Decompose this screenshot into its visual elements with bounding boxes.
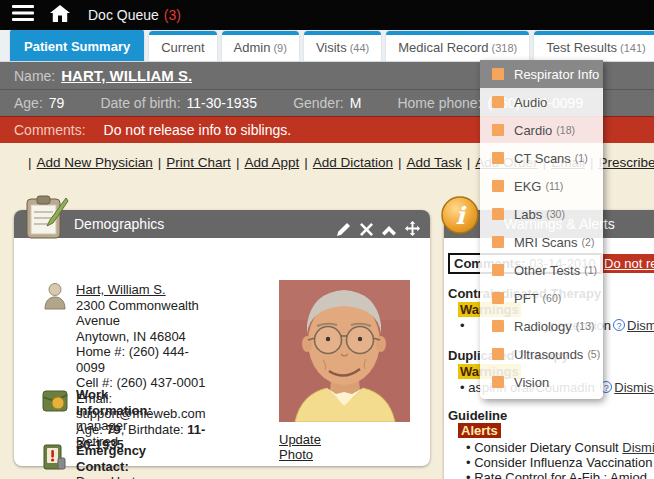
patient-gender: M [350,95,362,111]
help-icon[interactable]: ? [613,319,625,331]
tab-patient-summary[interactable]: Patient Summary [10,30,144,61]
demographics-panel: Demographics Ha [14,210,430,466]
menu-item-ultrasounds[interactable]: Ultrasounds(5) [480,340,603,368]
work-information-block: Work Information: manager Retired [76,387,152,449]
person-icon [44,282,66,313]
doc-queue-count: (3) [164,7,181,23]
collapse-icon[interactable] [382,217,396,245]
orange-square-icon [492,264,504,276]
address-line2: Anytown, IN 46804 [76,329,206,345]
tab-bar: Patient Summary Current Admin(9) Visits(… [0,30,654,62]
top-bar: Doc Queue (3) [0,0,654,30]
menu-item-labs[interactable]: Labs(30) [480,200,603,228]
home-icon[interactable] [50,5,70,26]
tab-visits[interactable]: Visits(44) [304,31,381,61]
doc-queue-link[interactable]: Doc Queue [88,7,159,23]
link-add-appt[interactable]: Add Appt [244,155,299,170]
menu-item-pft[interactable]: PFT(60) [480,284,603,312]
menu-item-radiology[interactable]: Radiology(13) [480,312,603,340]
tab-test-results[interactable]: Test Results(141) [534,31,654,61]
orange-square-icon [492,292,504,304]
guideline-item: • Rate Control for A-Fib : Amiod [466,470,647,479]
dismiss-link[interactable]: Dismiss [627,318,654,333]
orange-square-icon [492,376,504,388]
webchart-app: Doc Queue (3) Patient Summary Current Ad… [0,0,654,479]
work-occupation: manager [76,418,152,434]
link-prescribe[interactable]: Prescribe [598,155,654,170]
edit-icon[interactable] [337,217,351,245]
guideline-item: • Consider Influenza Vaccination Dismiss [466,455,654,470]
demographics-header: Demographics [14,210,430,238]
demographics-name-link[interactable]: Hart, William S. [76,282,166,297]
close-icon[interactable] [360,217,373,245]
menu-item-mri-scans[interactable]: MRI Scans(2) [480,228,603,256]
menu-item-ekg[interactable]: EKG(11) [480,172,603,200]
menu-item-audio[interactable]: Audio [480,88,603,116]
guideline-heading: Guideline [448,408,507,423]
orange-square-icon [492,124,504,136]
tab-current[interactable]: Current [149,31,216,61]
orange-square-icon [492,236,504,248]
link-print-chart[interactable]: Print Chart [166,155,231,170]
move-icon[interactable] [405,217,420,245]
guideline-alerts-tag: Alerts [458,423,501,438]
link-add-new-physician[interactable]: Add New Physician [37,155,153,170]
work-title: Work Information: [76,387,152,418]
comments-text: Do not release info to siblings. [104,122,292,138]
emergency-contact-block: Emergency Contact: Doug Hart Phone #1:(2… [76,443,146,479]
dismiss-link[interactable]: Dismiss [622,440,654,455]
clipboard-icon [22,194,70,244]
tab-medical-record[interactable]: Medical Record(318) [386,31,529,61]
tab-admin[interactable]: Admin(9) [222,31,299,61]
home-phone-line: Home #: (260) 444-0099 [76,344,206,375]
orange-square-icon [492,68,504,80]
link-add-task[interactable]: Add Task [407,155,462,170]
release-alert-link[interactable]: Do not release info to siblings. [600,254,654,273]
guideline-item: • Consider Dietary Consult Dismiss [466,440,654,455]
orange-square-icon [492,152,504,164]
emergency-name: Doug Hart [76,474,146,479]
menu-item-vision[interactable]: Vision [480,368,603,396]
patient-name-link[interactable]: HART, WILLIAM S. [61,67,192,84]
orange-square-icon [492,348,504,360]
menu-item-cardio[interactable]: Cardio(18) [480,116,603,144]
link-add-dictation[interactable]: Add Dictation [313,155,393,170]
emergency-title: Emergency Contact: [76,443,146,474]
address-line1: 2300 Commonwealth Avenue [76,298,206,329]
menu-icon[interactable] [12,5,34,25]
orange-square-icon [492,320,504,332]
emergency-icon [43,444,66,473]
demographics-title: Demographics [74,216,164,232]
orange-square-icon [492,180,504,192]
patient-age: 79 [49,95,65,111]
test-results-menu: Respirator Info Audio Cardio(18) CT Scan… [480,60,603,399]
work-icon [42,388,68,415]
orange-square-icon [492,96,504,108]
dismiss-link[interactable]: Dismiss [614,380,654,395]
menu-item-other-tests[interactable]: Other Tests(1) [480,256,603,284]
info-icon: i [440,195,480,239]
menu-item-respirator-info[interactable]: Respirator Info [480,60,603,88]
update-photo-link[interactable]: Update Photo [279,432,321,462]
menu-item-ct-scans[interactable]: CT Scans(1) [480,144,603,172]
patient-photo [279,280,410,425]
orange-square-icon [492,208,504,220]
patient-dob: 11-30-1935 [187,95,258,111]
